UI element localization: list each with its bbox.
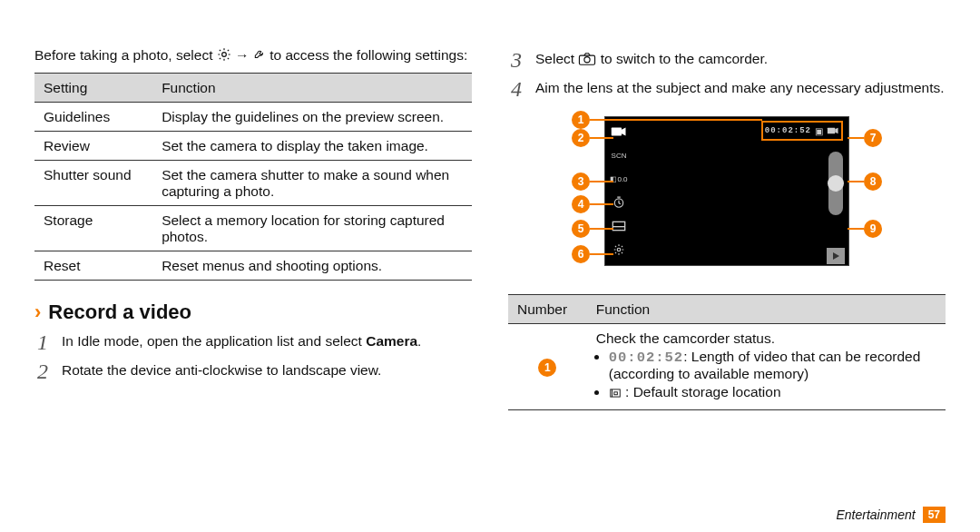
footer-section: Entertainment [836,507,915,522]
storage-status-icon: ▣ [815,126,823,136]
section-heading: › Record a video [34,300,472,324]
func-bullets: 00:02:52: Length of video that can be re… [596,349,936,402]
gear-icon [217,47,231,67]
setting-func: Set the camera to display the taken imag… [152,132,472,161]
step-after: . [417,333,421,349]
camcorder-right-bar [827,152,845,264]
playback-button-icon [827,248,845,264]
table-row: 1 Check the camcorder status. 00:02:52: … [508,324,946,410]
list-item: : Default storage location [609,384,936,402]
setting-func: Display the guidelines on the preview sc… [152,103,472,132]
th-number: Number [508,295,587,324]
svg-point-2 [584,57,590,63]
setting-name: Shutter sound [34,161,152,206]
step-bold: Camera [366,333,417,349]
setting-name: Guidelines [34,103,152,132]
step-body: Select to switch to the camcorder. [535,49,946,71]
svg-point-6 [617,248,621,251]
table-row: StorageSelect a memory location for stor… [34,206,472,251]
intro-before: Before taking a photo, select [34,47,217,63]
time-code: 00:02:52 [609,350,683,366]
settings-table: Setting Function GuidelinesDisplay the g… [34,73,472,281]
left-column: Before taking a photo, select → to acces… [34,44,472,519]
record-button-icon [828,175,844,192]
right-steps: 3 Select to switch to the camcorder. 4 A… [508,49,946,100]
table-row: ReviewSet the camera to display the take… [34,132,472,161]
page-number: 57 [923,507,946,523]
step: 4 Aim the lens at the subject and make a… [508,78,946,100]
camera-icon [578,51,596,71]
intro-after: to access the following settings: [270,47,467,63]
chevron-right-icon: › [34,302,41,322]
resolution-icon [609,217,629,235]
table-row: GuidelinesDisplay the guidelines on the … [34,103,472,132]
th-function: Function [152,74,472,103]
setting-name: Storage [34,206,152,251]
wrench-icon [253,47,266,67]
exposure-icon: ◧ 0.0 [609,170,629,188]
record-slider [828,152,843,215]
camcorder-status-box: 00:02:52 ▣ [761,121,843,141]
page-root: Before taking a photo, select → to acces… [0,0,980,532]
svg-rect-9 [614,392,618,395]
step-number: 4 [508,78,524,100]
setting-name: Reset [34,251,152,281]
setting-func: Set the camera shutter to make a sound w… [152,161,472,206]
step: 2 Rotate the device anti-clockwise to la… [34,360,472,382]
setting-func: Reset menus and shooting options. [152,251,472,281]
storage-icon [609,386,622,402]
step-body: Aim the lens at the subject and make any… [535,78,946,100]
setting-name: Review [34,132,152,161]
setting-func: Select a memory location for storing cap… [152,206,472,251]
step: 3 Select to switch to the camcorder. [508,49,946,71]
intro-paragraph: Before taking a photo, select → to acces… [34,45,472,67]
row-number: 1 [508,324,587,410]
list-item: 00:02:52: Length of video that can be re… [609,349,936,382]
camcorder-small-icon [827,123,839,139]
camcorder-diagram: SCN ◧ 0.0 00:02:52 ▣ 1 2 [559,109,895,283]
callout-9: 9 [848,220,882,238]
camcorder-mode-icon [609,123,629,141]
svg-point-0 [221,53,226,57]
step-after: to switch to the camcorder. [601,51,768,66]
timer-icon [609,193,629,212]
camcorder-left-bar: SCN ◧ 0.0 [609,123,642,259]
section-title: Record a video [48,300,191,324]
intro-arrow: → [235,47,253,63]
bullet-text: : Default storage location [625,384,780,399]
step-number: 2 [34,360,51,382]
table-row: ResetReset menus and shooting options. [34,251,472,281]
th-function: Function [587,295,946,324]
func-title: Check the camcorder status. [596,330,936,347]
step-number: 3 [508,49,524,71]
step-text: Rotate the device anti-clockwise to land… [62,362,381,378]
step-text: Select [535,51,578,66]
step: 1 In Idle mode, open the application lis… [34,331,472,353]
callout-8: 8 [848,172,882,191]
page-footer: Entertainment 57 [836,507,946,523]
step-text: In Idle mode, open the application list … [62,333,366,349]
th-setting: Setting [34,74,152,103]
right-column: 3 Select to switch to the camcorder. 4 A… [508,44,946,519]
svg-rect-3 [612,128,622,136]
scene-mode-icon: SCN [609,146,629,164]
record-time: 00:02:52 [765,126,811,135]
step-number: 1 [34,331,51,353]
step-body: Rotate the device anti-clockwise to land… [62,360,472,382]
settings-gear-icon [609,241,629,259]
table-row: Shutter soundSet the camera shutter to m… [34,161,472,206]
step-body: In Idle mode, open the application list … [62,331,472,353]
camcorder-screen: SCN ◧ 0.0 00:02:52 ▣ [604,116,849,266]
svg-rect-7 [828,128,835,134]
left-steps: 1 In Idle mode, open the application lis… [34,331,472,382]
callout-7: 7 [848,129,882,147]
step-text: Aim the lens at the subject and make any… [535,80,945,95]
callout-badge: 1 [538,359,556,377]
row-function: Check the camcorder status. 00:02:52: Le… [587,324,946,410]
number-function-table: Number Function 1 Check the camcorder st… [508,294,946,410]
